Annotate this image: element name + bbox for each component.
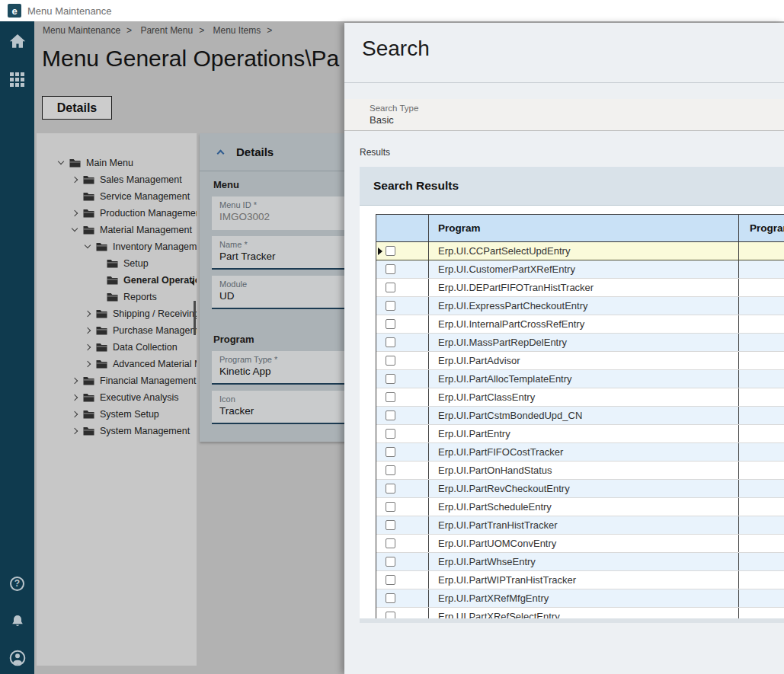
tree-item[interactable]: Advanced Material Management [37,356,197,372]
chevron-right-icon[interactable] [70,174,81,185]
table-row[interactable]: Erp.UI.PartUOMConvEntry [376,535,784,553]
tree-item[interactable]: General Operations [37,272,197,289]
tree-item[interactable]: Shipping / Receiving [37,305,197,322]
table-row[interactable]: Erp.UI.PartScheduleEntry [376,498,784,516]
notifications-button[interactable] [0,611,34,632]
program-column-header[interactable]: Program [429,215,739,241]
tree-item[interactable]: Material Management [37,222,197,238]
row-select-cell [376,334,429,351]
table-row[interactable]: Erp.UI.PartAllocTemplateEntry [376,370,784,388]
tree-item[interactable]: System Management [37,423,197,439]
search-panel-title: Search [362,37,430,61]
table-row[interactable]: Erp.UI.PartTranHistTracker [376,516,784,535]
row-checkbox[interactable] [386,301,395,311]
collapse-chevron-icon[interactable] [218,149,226,156]
table-row[interactable]: Erp.UI.PartWIPTranHistTracker [376,571,784,589]
folder-icon [83,192,94,201]
table-row[interactable]: Erp.UI.InternalPartCrossRefEntry [376,315,784,334]
row-checkbox[interactable] [386,246,395,256]
tree-item[interactable]: Main Menu [37,155,197,171]
row-checkbox[interactable] [386,465,395,475]
row-checkbox[interactable] [386,319,395,329]
row-checkbox[interactable] [386,593,395,603]
breadcrumb-item[interactable]: Menu Maintenance [43,25,120,36]
row-checkbox[interactable] [386,374,395,384]
row-checkbox[interactable] [386,520,395,530]
row-checkbox[interactable] [386,283,395,292]
search-results-box: Search Results Program Program Type Erp.… [360,167,784,623]
tree-item[interactable]: Service Management [37,188,197,205]
chevron-right-icon[interactable] [70,392,81,403]
chevron-placeholder [94,292,104,302]
table-row[interactable]: Erp.UI.PartXRefSelectEntry [376,608,784,618]
search-results-title: Search Results [373,179,459,193]
tree-item[interactable]: System Setup [37,406,197,423]
chevron-right-icon[interactable] [70,409,81,420]
tree-splitter-icon[interactable] [190,280,194,286]
chevron-right-icon[interactable] [83,342,94,353]
home-button[interactable] [0,30,34,52]
breadcrumb-item[interactable]: Parent Menu [140,25,193,36]
chevron-right-icon[interactable] [83,325,94,336]
tree-item[interactable]: Sales Management [37,171,197,188]
table-row[interactable]: Erp.UI.MassPartRepDelEntry [376,334,784,352]
breadcrumb-item[interactable]: Menu Items [213,25,261,36]
search-type-field[interactable]: Search Type Basic [344,99,784,131]
tree-item[interactable]: Production Management [37,205,197,222]
select-column-header[interactable] [376,215,429,241]
chevron-right-icon[interactable] [70,375,81,386]
chevron-down-icon[interactable] [56,158,67,168]
window-titlebar: e Menu Maintenance [0,0,784,21]
tree-item[interactable]: Executive Analysis [37,389,197,406]
table-row[interactable]: Erp.UI.ExpressPartCheckoutEntry [376,297,784,315]
folder-icon [83,225,94,235]
table-row[interactable]: Erp.UI.PartWhseEntry [376,553,784,571]
row-checkbox[interactable] [386,337,395,347]
row-checkbox[interactable] [386,356,395,366]
table-row[interactable]: Erp.UI.PartXRefMfgEntry [376,589,784,608]
table-row[interactable]: Erp.UI.CCPartSelectUpdEntry [376,242,784,260]
apps-button[interactable] [0,69,34,90]
row-checkbox[interactable] [386,410,395,420]
chevron-right-icon[interactable] [70,426,81,436]
row-checkbox[interactable] [386,502,395,512]
chevron-right-icon[interactable] [83,359,94,369]
row-checkbox[interactable] [386,557,395,567]
help-button[interactable]: ? [0,573,34,594]
table-row[interactable]: Erp.UI.PartFIFOCostTracker [376,443,784,462]
row-checkbox[interactable] [386,575,395,585]
chevron-right-icon[interactable] [70,208,81,219]
row-checkbox[interactable] [386,447,395,457]
row-checkbox[interactable] [386,612,395,618]
table-row[interactable]: Erp.UI.DEPartFIFOTranHistTracker [376,279,784,297]
tree-item[interactable]: Reports [37,289,197,305]
table-row[interactable]: Erp.UI.PartOnHandStatus [376,462,784,480]
program-cell: Erp.UI.PartAllocTemplateEntry [429,370,739,388]
tree-item[interactable]: Data Collection [37,339,197,356]
results-label: Results [360,147,390,158]
tree-item[interactable]: Setup [37,255,197,272]
program-type-column-header[interactable]: Program Type [739,215,784,241]
tree-item[interactable]: Purchase Management [37,322,197,339]
table-row[interactable]: Erp.UI.PartCstmBondedUpd_CN [376,407,784,425]
user-button[interactable] [0,647,34,669]
row-checkbox[interactable] [386,392,395,402]
row-checkbox[interactable] [386,264,395,274]
chevron-right-icon[interactable] [83,308,94,319]
tree-item[interactable]: Inventory Management [37,238,197,255]
row-checkbox[interactable] [386,538,395,548]
table-row[interactable]: Erp.UI.PartClassEntry [376,388,784,407]
chevron-down-icon[interactable] [70,225,81,235]
row-checkbox[interactable] [386,484,395,494]
table-row[interactable]: Erp.UI.PartEntry [376,425,784,443]
program-type-cell [739,516,784,534]
table-row[interactable]: Erp.UI.CustomerPartXRefEntry [376,260,784,279]
table-row[interactable]: Erp.UI.PartRevCheckoutEntry [376,480,784,498]
details-tab[interactable]: Details [42,96,112,120]
tree-item[interactable]: Financial Management [37,372,197,389]
chevron-down-icon[interactable] [83,241,94,252]
table-row[interactable]: Erp.UI.PartAdvisor [376,352,784,370]
chevron-placeholder [70,191,81,202]
tree-scrollbar[interactable] [194,301,196,335]
row-checkbox[interactable] [386,429,395,439]
